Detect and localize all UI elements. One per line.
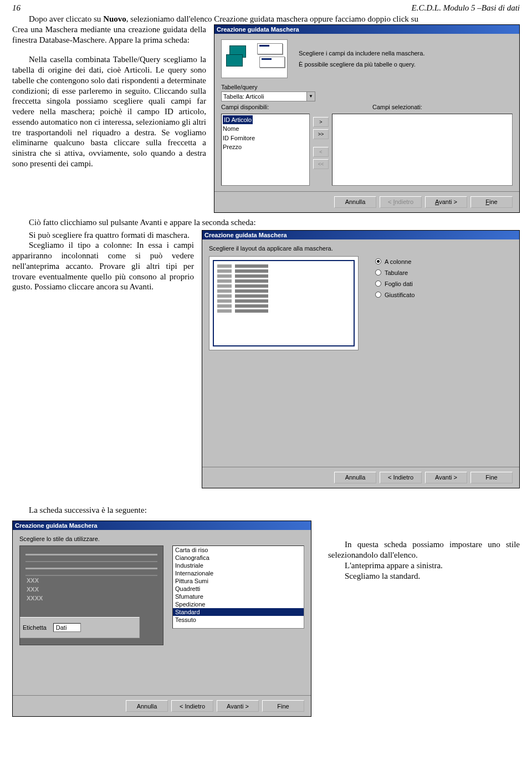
style-preview: XXX XXX XXXX Etichetta Dati <box>19 545 163 645</box>
cancel-button[interactable]: Annulla <box>334 196 376 208</box>
list-item[interactable]: Cianografica <box>173 554 304 562</box>
list-item[interactable]: Sfumature <box>173 593 304 600</box>
paragraph-next-sheet: La scheda successiva è la seguente: <box>12 505 520 516</box>
radio-justified[interactable]: Giustificato <box>375 292 513 298</box>
finish-button[interactable]: Fine <box>262 700 304 712</box>
radio-datasheet[interactable]: Foglio dati <box>375 281 513 287</box>
radio-icon <box>375 258 381 264</box>
list-item[interactable]: Tessuto <box>173 616 304 624</box>
list-item[interactable]: Internazionale <box>173 569 304 577</box>
radio-icon <box>375 292 381 298</box>
list-item[interactable]: ID Articolo <box>223 115 253 125</box>
paragraph-intro: Dopo aver cliccato su Nuovo, selezioniam… <box>12 14 520 24</box>
radio-icon <box>375 281 381 287</box>
wizard-banner-icon <box>221 39 288 78</box>
next-button[interactable]: Avanti > <box>217 700 259 712</box>
list-item[interactable]: Prezzo <box>223 142 308 152</box>
wizard-prompt-1: Scegliere i campi da includere nella mas… <box>299 50 513 57</box>
list-item[interactable]: Standard <box>173 608 304 616</box>
doc-title: E.C.D.L. Modulo 5 –Basi di dati <box>412 3 520 13</box>
paragraph-left-2: Nella casella combinata Tabelle/Query sc… <box>12 54 206 169</box>
layout-preview <box>209 256 359 350</box>
back-button[interactable]: < Indietro <box>171 700 213 712</box>
list-item[interactable]: Quadretti <box>173 585 304 593</box>
paragraph-left-1: Crea una Maschera mediante una creazione… <box>12 24 206 45</box>
list-item[interactable]: Nome <box>223 124 308 134</box>
move-all-left-button[interactable]: << <box>313 159 329 169</box>
label-tables-queries: Tabelle/query <box>221 84 513 90</box>
list-item[interactable]: Pittura Sumi <box>173 577 304 585</box>
listbox-available[interactable]: ID Articolo Nome ID Fornitore Prezzo <box>221 114 310 186</box>
move-left-button[interactable]: < <box>313 147 329 157</box>
paragraph-style-1: In questa scheda possiamo impostare uno … <box>328 539 520 560</box>
paragraph-formats: Si può scegliere fra quattro formati di … <box>12 230 194 241</box>
list-item[interactable]: Spedizione <box>173 600 304 608</box>
back-button[interactable]: < Indietro <box>380 196 422 208</box>
radio-columns[interactable]: A colonne <box>375 258 513 265</box>
radio-tabular[interactable]: Tabulare <box>375 269 513 276</box>
style-listbox[interactable]: Carta di riso Cianografica Industriale I… <box>172 545 304 629</box>
wizard-title: Creazione guidata Maschera <box>13 521 311 530</box>
wizard-dialog-layout: Creazione guidata Maschera Scegliere il … <box>202 230 520 488</box>
move-right-button[interactable]: > <box>313 117 329 127</box>
listbox-selected[interactable] <box>332 114 513 186</box>
list-item[interactable]: Carta di riso <box>173 546 304 554</box>
dati-field: Dati <box>53 623 81 632</box>
wizard-title: Creazione guidata Maschera <box>214 25 519 34</box>
chevron-down-icon[interactable]: ▼ <box>306 92 315 101</box>
list-item[interactable]: Industriale <box>173 562 304 569</box>
combo-tables-queries[interactable]: Tabella: Articoli ▼ <box>221 91 315 101</box>
cancel-button[interactable]: Annulla <box>334 472 376 483</box>
label-available-fields: Campi disponibili: <box>221 104 361 110</box>
wizard-prompt: Scegliere il layout da applicare alla ma… <box>209 245 513 252</box>
finish-button[interactable]: Fine <box>470 472 513 483</box>
label-selected-fields: Campi selezionati: <box>372 104 513 110</box>
back-button[interactable]: < Indietro <box>380 472 422 483</box>
wizard-title: Creazione guidata Maschera <box>202 231 519 239</box>
etichetta-label: Etichetta <box>23 624 47 631</box>
wizard-prompt-2: È possibile scegliere da più tabelle o q… <box>299 61 513 68</box>
next-button[interactable]: Avanti > <box>425 472 467 483</box>
move-all-right-button[interactable]: >> <box>313 129 329 139</box>
page-number: 16 <box>12 3 21 13</box>
next-button[interactable]: Avanti > <box>425 196 467 208</box>
wizard-dialog-style: Creazione guidata Maschera Scegliere lo … <box>12 521 311 717</box>
cancel-button[interactable]: Annulla <box>126 700 168 712</box>
radio-icon <box>375 269 381 276</box>
paragraph-style-3: Scegliamo la standard. <box>328 571 520 582</box>
list-item[interactable]: ID Fornitore <box>223 134 308 143</box>
wizard-prompt: Scegliere lo stile da utilizzare. <box>19 536 304 542</box>
paragraph-style-2: L'anteprima appare a sinistra. <box>328 560 520 571</box>
paragraph-mid: Ciò fatto clicchiamo sul pulsante Avanti… <box>12 217 520 228</box>
finish-button[interactable]: Fine <box>470 196 513 208</box>
wizard-dialog-fields: Creazione guidata Maschera Scegliere i c… <box>214 24 520 213</box>
paragraph-columns: Scegliamo il tipo a colonne: In essa i c… <box>12 240 194 292</box>
